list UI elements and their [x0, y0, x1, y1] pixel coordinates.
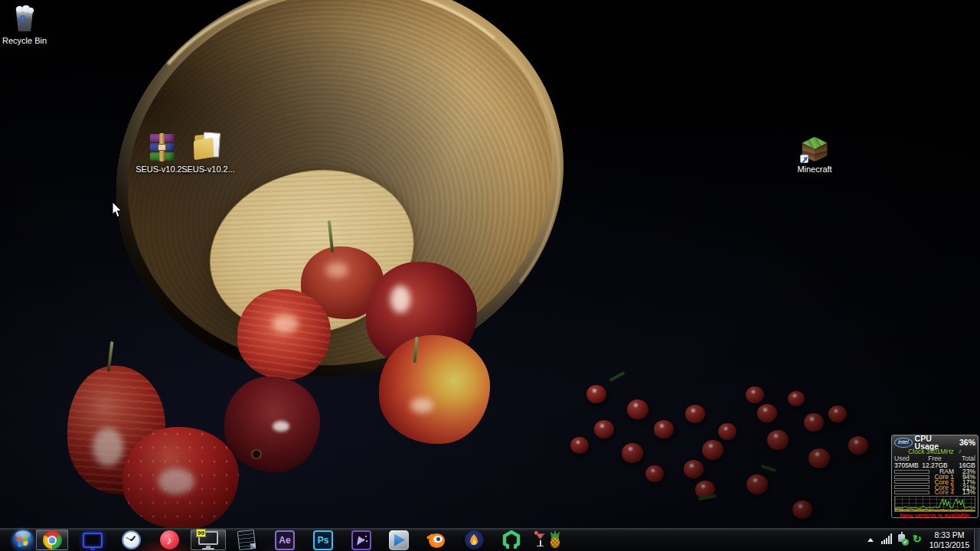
taskbar-clock[interactable]: 8:33 PM 10/13/2015	[926, 530, 972, 550]
after-effects-icon: Ae	[275, 530, 295, 550]
tray-show-hidden-icons[interactable]	[867, 538, 874, 542]
meter-bar	[894, 470, 929, 474]
network-signal-icon[interactable]	[881, 533, 893, 544]
wallpaper-tomato	[828, 406, 847, 422]
folder-front	[194, 138, 214, 161]
taskbar-media-encoder-button[interactable]	[347, 530, 376, 550]
taskbar-photoshop-button[interactable]: Ps	[309, 530, 338, 550]
apple-highlight	[410, 398, 433, 413]
meter-label: Core 4	[932, 489, 957, 496]
apple-highlight	[93, 428, 123, 466]
desktop-icon-label: Minecraft	[787, 165, 842, 174]
green-hexagon-icon	[501, 530, 521, 550]
taskbar-clock-app-button[interactable]	[116, 530, 145, 550]
wallpaper-tomato	[746, 474, 768, 494]
taskbar-blender-button[interactable]	[422, 530, 451, 550]
taskbar-itunes-button[interactable]: ♪	[155, 530, 184, 550]
wallpaper-tomato	[808, 448, 830, 468]
wallpaper-tomato	[645, 465, 664, 482]
flag-pane	[18, 536, 22, 542]
windows-logo-icon	[18, 536, 29, 546]
tomato-highlight	[591, 388, 598, 393]
signal-bar	[886, 538, 887, 544]
apple-calyx	[250, 449, 263, 459]
cpu-usage-gadget[interactable]: intel CPU Usage 36% Clock 3401MHz ♪ Used…	[891, 435, 978, 518]
tomato-highlight	[853, 439, 860, 445]
system-monitor-icon: 99	[197, 531, 220, 549]
media-encoder-icon	[351, 530, 371, 550]
wallpaper-tomato	[627, 399, 648, 419]
gadget-update-link[interactable]: New version is available	[894, 512, 975, 520]
tomato-highlight	[723, 426, 729, 431]
taskbar-glow	[0, 529, 980, 551]
wallpaper-tomato	[788, 391, 805, 406]
itunes-icon: ♪	[160, 530, 179, 549]
hexagon-foot	[514, 544, 517, 549]
clock-value: 3401MHz	[926, 448, 953, 455]
taskbar-system-monitor-button[interactable]: 99	[191, 530, 226, 550]
taskbar-hexagon-app-button[interactable]	[497, 530, 526, 550]
tray-time: 8:33 PM	[926, 530, 972, 540]
tomato-highlight	[808, 416, 815, 422]
apple-highlight	[273, 421, 289, 432]
desktop-icon-minecraft[interactable]: Minecraft	[787, 136, 842, 174]
taskbar-after-effects-button[interactable]: Ae	[270, 530, 299, 550]
tomato-highlight	[575, 440, 581, 445]
taskbar-flame-app-button[interactable]	[459, 530, 488, 550]
vegas-play-icon	[389, 530, 409, 550]
winrar-buckle	[158, 144, 166, 151]
tomato-highlight	[707, 443, 715, 448]
hexagon-foot	[506, 544, 509, 549]
wallpaper-tomato	[848, 436, 868, 455]
wallpaper-tomato	[586, 385, 606, 403]
taskbar-neon-monitor-button[interactable]	[78, 530, 107, 550]
tray-date: 10/13/2015	[926, 540, 972, 550]
wallpaper-tomato	[685, 405, 705, 423]
wallpaper-tomato	[718, 423, 737, 440]
wallpaper-apple	[379, 335, 490, 444]
mouse-cursor	[112, 202, 122, 221]
wallpaper-tomato	[570, 437, 589, 454]
green-check: ✓	[902, 539, 909, 546]
tomato-highlight	[599, 423, 606, 429]
shortcut-arrow-icon	[800, 155, 808, 163]
wallpaper-tomato	[654, 420, 674, 439]
blender-blue-dot	[436, 537, 440, 541]
encoder-dot	[365, 536, 367, 537]
play-triangle	[394, 534, 405, 546]
tomato-highlight	[650, 468, 656, 473]
safely-remove-hardware-icon[interactable]: ✓	[897, 533, 909, 546]
cpu-usage-value: 36%	[959, 439, 975, 447]
apple-highlight	[390, 285, 410, 313]
start-button[interactable]	[12, 530, 34, 551]
cocktail-cherry	[534, 531, 538, 535]
taskbar-chrome-button[interactable]	[36, 530, 68, 550]
meter-value: 13%	[957, 489, 975, 496]
signal-bar	[881, 541, 883, 544]
signal-bar	[888, 536, 890, 544]
tomato-highlight	[658, 423, 665, 429]
tomato-highlight	[773, 433, 780, 439]
badge-99: 99	[196, 529, 206, 537]
usb-pin	[901, 532, 903, 534]
wallpaper-tomato	[804, 413, 824, 432]
tomato-highlight	[627, 446, 635, 452]
wallpaper-apple	[122, 427, 239, 530]
sync-tray-icon[interactable]: ↻	[913, 533, 925, 546]
flag-pane	[18, 541, 22, 546]
wallpaper-tomato	[702, 440, 724, 460]
apple-highlight	[325, 262, 348, 278]
tomato-vine	[609, 371, 625, 382]
desktop-icon-seus-folder[interactable]: SEUS-v10.2...	[181, 132, 236, 174]
wallpaper-wooden-bowl	[74, 0, 606, 423]
wallpaper-apple	[224, 377, 320, 472]
taskbar-cocktail-app-button[interactable]	[531, 530, 565, 550]
show-desktop-button[interactable]	[973, 529, 980, 551]
taskbar-notepad-button[interactable]	[232, 530, 261, 550]
meter-bar	[894, 480, 929, 484]
desktop-icon-recycle-bin[interactable]: ♻ Recycle Bin	[0, 5, 52, 46]
taskbar-vegas-button[interactable]	[384, 530, 413, 550]
photoshop-icon: Ps	[313, 530, 333, 550]
tomato-highlight	[700, 484, 707, 489]
tomato-highlight	[752, 478, 760, 483]
